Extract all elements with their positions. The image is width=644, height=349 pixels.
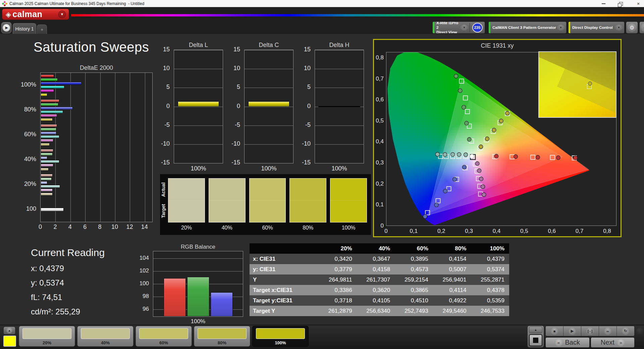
y-group-label: 100 <box>10 205 36 212</box>
x-tick-label: 8 <box>93 223 107 231</box>
gridline <box>130 73 130 222</box>
target-row-label: Target <box>161 200 168 222</box>
cell-value: 0,5374 <box>471 264 509 275</box>
cyan-measured-point <box>451 152 455 156</box>
pattern-swatch-list: 20%40%60%80%100% <box>19 326 309 347</box>
up-arrow-icon: ▲ <box>534 328 537 332</box>
refresh-button[interactable]: ↻ <box>617 326 634 336</box>
pattern-swatch-button[interactable]: 60% <box>136 326 192 347</box>
deltae-bar <box>41 110 63 113</box>
pattern-window-controls: ▲ <box>527 326 544 348</box>
cie-x-tick: 0,5 <box>517 228 532 235</box>
pattern-swatch-button[interactable]: 40% <box>77 326 133 347</box>
cell-value: 0,3779 <box>319 264 357 275</box>
delta-h-chart <box>315 50 364 163</box>
cell-value: 256,6340 <box>357 306 395 316</box>
calman-menu-button[interactable]: ◈ calman ▼ <box>2 9 69 20</box>
chevron-down-icon[interactable]: ▼ <box>615 24 623 31</box>
measurement-table: 20%40%60%80%100% x: CIE310,34200,36470,3… <box>250 243 509 316</box>
read-loop-button[interactable]: ∞ <box>599 326 617 336</box>
deltae-bar <box>41 164 53 167</box>
cell-value: 0,4154 <box>433 254 471 264</box>
settings-button[interactable]: ⚙ <box>626 21 638 34</box>
magenta-measured-point <box>479 177 483 181</box>
delta-l-chart <box>174 50 223 163</box>
delta-h-title: Delta H <box>315 42 364 49</box>
cell-value: 0,4105 <box>357 295 395 306</box>
current-pattern-swatch[interactable] <box>3 336 16 347</box>
pattern-swatch-button[interactable]: 20% <box>19 326 75 347</box>
read-series-button[interactable]: [··] <box>581 326 599 336</box>
chevron-down-icon[interactable]: ▼ <box>460 24 468 31</box>
cell-value: 0,4158 <box>357 264 395 275</box>
reading-cdm2: cd/m²: 255,29 <box>31 307 80 316</box>
magenta-measured-point <box>477 169 481 173</box>
tab-history-1[interactable]: History 1 <box>13 23 36 34</box>
deltae-bar <box>41 124 57 127</box>
actual-color <box>250 179 286 200</box>
display-control-dropdown[interactable]: Direct Display Control ▼ <box>568 21 625 34</box>
gridline <box>315 50 364 50</box>
meter-dropdown[interactable]: X-Rite i1Pro 2 Direct View ▼ 235 <box>432 21 485 34</box>
stop-measure-button[interactable]: ■ <box>546 326 564 336</box>
deltae-bar <box>41 132 56 135</box>
display-control-name: Direct Display Control <box>572 25 613 30</box>
y-tick-label: 5 <box>156 84 170 91</box>
pattern-swatch-button[interactable]: 80% <box>194 326 250 347</box>
green-measured-point <box>454 74 458 78</box>
pattern-swatch-button[interactable]: 100% <box>252 326 309 347</box>
swatch-color <box>330 178 367 222</box>
add-tab-button[interactable]: + <box>37 24 47 34</box>
pattern-generator-dropdown[interactable]: CalMAN Client 3 Pattern Generator ▼ <box>488 21 567 34</box>
delta-h-x-label: 100% <box>315 165 364 172</box>
blue-measured-point <box>423 214 427 218</box>
row-label: Target y:CIE31 <box>250 295 319 306</box>
x-tick-label: 0 <box>34 223 47 231</box>
cell-value: 0,5359 <box>471 295 509 306</box>
raise-button[interactable]: ▲ <box>529 327 542 333</box>
y-tick-label: -15 <box>156 159 170 166</box>
next-button[interactable]: Next » <box>591 337 635 348</box>
pattern-window-raise-button[interactable]: ▲ <box>3 327 15 335</box>
cell-value: 246,7533 <box>471 306 509 316</box>
gridline <box>245 144 293 145</box>
cell-value: 0,4114 <box>433 285 471 295</box>
restore-button[interactable] <box>618 0 624 7</box>
swatch-label: 40% <box>77 340 133 345</box>
deltae-bar <box>41 103 58 106</box>
y-tick-label: -15 <box>297 159 311 166</box>
deltae-bar <box>41 189 53 192</box>
cyan-measured-point <box>457 152 461 156</box>
gridline <box>245 88 293 88</box>
gridline <box>174 107 223 107</box>
y-tick-label: 15 <box>227 46 240 53</box>
cie-1931-chart-panel: CIE 1931 xy 00,10,20,30,40,50,60,70,8 00… <box>373 39 622 237</box>
deltae-bar <box>41 74 54 78</box>
swatch-cell: 20% <box>168 178 205 235</box>
workflow-play-button[interactable]: ▶ <box>1 22 11 33</box>
deltae-bar <box>41 174 53 177</box>
row-label: Y <box>250 275 319 285</box>
close-button[interactable]: × <box>635 0 641 7</box>
measurement-toolbar: ■ ▶ [··] ∞ ↻ <box>545 326 635 336</box>
minimize-button[interactable] <box>600 0 606 7</box>
delta-c-title: Delta C <box>244 42 293 49</box>
collapse-left-icon: ◀ <box>641 23 644 32</box>
cie-x-tick: 0,6 <box>544 228 559 235</box>
collapse-panel-button[interactable]: ◀ <box>639 21 644 34</box>
deltae-bar <box>41 149 53 152</box>
pattern-stop-button[interactable] <box>529 334 542 346</box>
x-tick-label: 2 <box>48 223 62 231</box>
read-continuous-button[interactable]: ▶ <box>564 326 581 336</box>
red-measured-point <box>494 154 498 158</box>
chevron-down-icon[interactable]: ▼ <box>557 24 565 31</box>
meter-exposure-badge[interactable]: 235 <box>472 23 483 33</box>
y-tick-label: -5 <box>156 121 170 129</box>
cell-value: 0,4573 <box>395 264 433 275</box>
menu-chevron-icon[interactable]: ▼ <box>58 10 66 18</box>
y-tick-label: 10 <box>156 65 170 72</box>
deltae-bar <box>41 99 59 102</box>
back-button[interactable]: « Back <box>545 337 590 348</box>
deltae-y-axis-labels: 100%80%60%40%20%100 <box>10 72 38 222</box>
y-group-label: 40% <box>10 156 36 163</box>
